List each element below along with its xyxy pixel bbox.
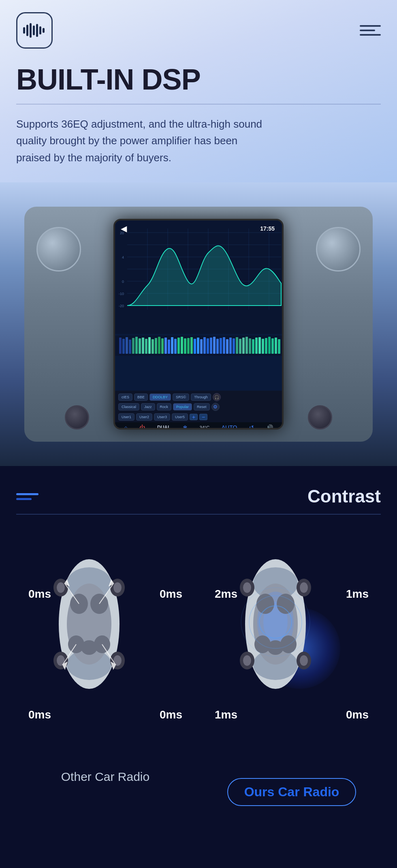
ours-car-label-container: Ours Car Radio [227,770,356,806]
svg-rect-52 [197,338,199,354]
ctrl-dolby[interactable]: DDOLBY [149,393,171,401]
ours-car-label-button[interactable]: Ours Car Radio [227,778,356,806]
svg-rect-49 [187,338,190,354]
ctrl-through[interactable]: Through [191,393,211,401]
other-car-diagram: 0ms 0ms 0ms 0ms [28,535,182,762]
audio-waveform-icon [22,22,47,38]
svg-rect-67 [245,337,248,354]
svg-rect-70 [255,338,258,354]
svg-rect-37 [148,337,151,354]
cars-comparison: 0ms 0ms 0ms 0ms [16,535,381,806]
svg-rect-50 [190,337,193,354]
svg-text:0: 0 [122,280,124,284]
ctrl-user3[interactable]: User3 [154,413,170,421]
ctrl-rock[interactable]: Rock [157,403,172,410]
ctrl-srs[interactable]: SRS© [173,393,189,401]
volume-icon[interactable]: 🔊 [266,424,273,430]
svg-text:4: 4 [122,255,124,259]
ctrl-popular[interactable]: Popular [173,403,192,410]
settings-icon[interactable]: ⚙ [211,403,220,411]
svg-rect-47 [181,337,183,354]
contrast-section: Contrast 0ms 0ms 0ms 0ms [0,466,397,868]
screen-controls: cIES BBE DDOLBY SRS© Through 🎧 [115,391,282,402]
home-icon[interactable]: ⌂ [124,424,127,430]
svg-rect-58 [216,339,219,354]
svg-rect-40 [158,337,160,354]
svg-rect-57 [213,337,216,354]
screen-time: 17:55 [260,225,275,232]
left-vent [36,227,81,272]
contrast-title: Contrast [307,486,381,507]
other-car-wrapper: 0ms 0ms 0ms 0ms [16,535,194,784]
svg-rect-29 [122,339,125,354]
svg-rect-5 [39,26,41,34]
ours-car-timing-tr: 1ms [346,588,369,601]
arrow-icon[interactable]: ↺ [249,424,254,430]
svg-rect-46 [177,338,180,354]
svg-point-92 [113,582,122,593]
page-title: BUILT-IN DSP [16,65,381,94]
other-car-label: Other Car Radio [61,770,149,784]
svg-rect-0 [23,27,25,34]
svg-point-120 [243,655,251,666]
ctrl-classical[interactable]: Classical [118,403,139,410]
car-dashboard: 17:55 ◀ [24,207,373,442]
svg-rect-73 [265,338,267,354]
svg-rect-64 [236,337,238,354]
contrast-divider [16,514,381,515]
svg-point-109 [256,594,274,614]
ctrl-user5[interactable]: User5 [172,413,188,421]
svg-rect-59 [220,338,222,354]
svg-rect-68 [249,338,251,354]
eq-visualization: 20 4 0 -10 -20 [115,220,282,334]
ctrl-user1[interactable]: User1 [118,413,134,421]
contrast-icon [16,493,38,500]
svg-rect-66 [242,338,245,354]
ctrl-reset[interactable]: Reset [194,403,210,410]
snowflake-icon[interactable]: ❄ [183,424,188,430]
svg-rect-75 [271,338,274,354]
left-knob[interactable] [65,405,89,430]
ours-car-timing-tl: 2ms [215,588,237,601]
svg-rect-71 [258,337,261,354]
svg-rect-61 [226,339,228,354]
ctrl-user2[interactable]: User2 [136,413,152,421]
svg-text:-20: -20 [119,304,124,308]
headphones-icon[interactable]: 🎧 [213,393,221,401]
power-icon[interactable]: ⏻ [139,424,145,430]
temp-display: 34°C [200,425,210,430]
svg-rect-43 [168,340,170,354]
svg-rect-60 [223,337,225,354]
svg-rect-45 [174,339,177,354]
svg-point-91 [57,582,65,593]
svg-rect-35 [142,338,144,354]
subtitle-text: Supports 36EQ adjustment, and the ultra-… [16,116,267,183]
dual-label: DUAL [157,425,171,430]
svg-rect-55 [207,338,209,354]
ours-car-svg [235,547,316,701]
svg-rect-44 [171,337,173,354]
svg-rect-4 [36,24,38,37]
add-icon[interactable]: + [190,414,198,420]
svg-rect-69 [252,339,254,354]
svg-rect-1 [26,25,28,36]
svg-point-110 [277,594,295,614]
svg-rect-56 [210,338,212,354]
back-arrow-icon[interactable]: ◀ [121,224,127,233]
screen-controls-2: Classical Jazz Rock Popular Reset ⚙ [115,402,282,413]
minus-icon[interactable]: − [199,414,207,420]
svg-rect-65 [239,339,241,354]
svg-rect-3 [33,26,35,35]
ctrl-cies[interactable]: cIES [118,393,132,401]
ctrl-jazz[interactable]: Jazz [141,403,155,410]
svg-point-118 [243,582,251,593]
ctrl-bbe[interactable]: BBE [134,393,148,401]
other-car-timing-tr: 0ms [160,588,182,601]
right-knob[interactable] [308,405,332,430]
svg-rect-34 [139,338,141,354]
contrast-header: Contrast [16,486,381,507]
device-section: 17:55 ◀ [0,182,397,466]
svg-rect-30 [126,337,128,354]
hamburger-menu[interactable] [360,25,381,36]
svg-rect-28 [119,338,122,354]
